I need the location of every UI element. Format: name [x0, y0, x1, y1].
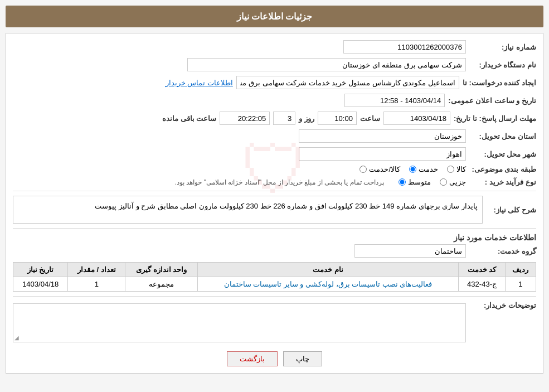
col-service-code: کد خدمت — [459, 263, 506, 277]
category-kala-khadamat[interactable]: کالا/خدمت — [359, 165, 400, 173]
description-text: پایدار سازی برجهای شماره 149 خط 230 کیلو… — [95, 202, 478, 210]
cell-need-date: 1403/04/18 — [13, 277, 68, 292]
province-label: استان محل تحویل: — [469, 132, 536, 141]
province-row: استان محل تحویل: — [13, 129, 536, 143]
table-header-row: ردیف کد خدمت نام خدمت واحد اندازه گیری ت… — [13, 263, 536, 277]
announce-row: تاریخ و ساعت اعلان عمومی: — [13, 94, 536, 107]
purchase-type-radio-group: جزیی متوسط — [399, 178, 466, 186]
purchase-type-row: نوع فرآیند خرید : جزیی متوسط پرداخت تمام… — [13, 178, 536, 186]
city-row: شهر محل تحویل: — [13, 147, 536, 161]
category-kala[interactable]: کالا — [447, 165, 466, 173]
purchase-type-label: نوع فرآیند خرید : — [469, 178, 536, 186]
category-khadamat[interactable]: خدمت — [409, 165, 438, 173]
category-label: طبقه بندی موضوعی: — [469, 165, 536, 173]
col-need-date: تاریخ نیاز — [13, 263, 68, 277]
category-khadamat-label: خدمت — [419, 165, 438, 173]
services-section-title: اطلاعات خدمات مورد نیاز — [13, 233, 536, 242]
need-number-input[interactable] — [343, 40, 466, 54]
col-unit: واحد اندازه گیری — [125, 263, 198, 277]
cell-service-name: فعالیت‌های نصب تاسیسات برق، لوله‌کشی و س… — [197, 277, 458, 292]
service-group-input[interactable] — [354, 244, 466, 258]
purchase-jozyi-radio[interactable] — [440, 178, 447, 186]
purchase-note: پرداخت تمام یا بخشی از مبلغ خریدار از مح… — [175, 178, 384, 186]
response-row: مهلت ارسال پاسخ: تا تاریخ: ساعت روز و سا… — [13, 112, 536, 125]
announce-label: تاریخ و ساعت اعلان عمومی: — [448, 96, 536, 105]
divider-3 — [13, 296, 536, 297]
response-day-label: روز و — [299, 114, 314, 123]
col-service-name: نام خدمت — [197, 263, 458, 277]
description-label: شرح کلی نیاز: — [486, 206, 536, 214]
divider-1 — [13, 191, 536, 191]
service-group-label: گروه خدمت: — [469, 247, 536, 255]
need-number-row: شماره نیاز: — [13, 40, 536, 54]
purchase-motawaset-label: متوسط — [408, 178, 431, 186]
response-remaining-label: ساعت باقی مانده — [162, 114, 216, 123]
buyer-comments-box: ◢ — [13, 303, 466, 342]
province-input[interactable] — [299, 129, 466, 143]
city-input[interactable] — [299, 147, 466, 161]
divider-2 — [13, 228, 536, 229]
bottom-buttons: چاپ بازگشت — [13, 351, 536, 366]
category-khadamat-radio[interactable] — [409, 166, 416, 173]
category-kala-label: کالا — [456, 165, 466, 173]
main-card: 🛡 شماره نیاز: نام دستگاه خریدار: ایجاد ک… — [6, 33, 543, 374]
buyer-comments-row: توضیحات خریدار: ◢ — [13, 301, 536, 342]
announce-input[interactable] — [344, 94, 445, 107]
city-label: شهر محل تحویل: — [469, 150, 536, 158]
buyer-station-row: نام دستگاه خریدار: — [13, 58, 536, 71]
page-header: جزئیات اطلاعات نیاز — [6, 6, 543, 27]
response-remaining-input[interactable] — [220, 112, 270, 125]
print-button[interactable]: چاپ — [283, 351, 322, 366]
purchase-motawaset[interactable]: متوسط — [399, 178, 431, 186]
cell-row-num: 1 — [505, 277, 536, 292]
response-time-label: ساعت — [360, 114, 380, 123]
cell-service-code: ج-43-432 — [459, 277, 506, 292]
table-row: 1 ج-43-432 فعالیت‌های نصب تاسیسات برق، ل… — [13, 277, 536, 292]
page-title: جزئیات اطلاعات نیاز — [237, 12, 313, 21]
response-time-input[interactable] — [318, 112, 357, 125]
col-row-num: ردیف — [505, 263, 536, 277]
response-day-input[interactable] — [273, 112, 295, 125]
purchase-jozyi-label: جزیی — [449, 178, 466, 186]
cell-unit: مجموعه — [125, 277, 198, 292]
need-number-label: شماره نیاز: — [469, 43, 536, 51]
services-table: ردیف کد خدمت نام خدمت واحد اندازه گیری ت… — [13, 262, 536, 292]
response-date-input[interactable] — [383, 112, 450, 125]
col-quantity: تعداد / مقدار — [68, 263, 125, 277]
service-group-row: گروه خدمت: — [13, 244, 536, 258]
category-radio-group: کالا خدمت کالا/خدمت — [359, 165, 466, 173]
category-kala-radio[interactable] — [447, 166, 454, 173]
back-button[interactable]: بازگشت — [227, 351, 278, 366]
creator-input[interactable] — [236, 76, 459, 89]
description-row: شرح کلی نیاز: پایدار سازی برجهای شماره 1… — [13, 196, 536, 224]
buyer-station-input[interactable] — [187, 58, 466, 71]
buyer-station-label: نام دستگاه خریدار: — [469, 61, 536, 69]
contact-link[interactable]: اطلاعات تماس خریدار — [166, 79, 233, 87]
creator-label: ایجاد کننده درخواست: تا — [463, 79, 536, 87]
description-box: پایدار سازی برجهای شماره 149 خط 230 کیلو… — [13, 196, 483, 224]
category-row: طبقه بندی موضوعی: کالا خدمت کالا/خدمت — [13, 165, 536, 173]
page-wrapper: جزئیات اطلاعات نیاز 🛡 شماره نیاز: نام دس… — [0, 0, 549, 392]
cell-quantity: 1 — [68, 277, 125, 292]
response-label: مهلت ارسال پاسخ: تا تاریخ: — [454, 114, 536, 123]
purchase-jozyi[interactable]: جزیی — [440, 178, 466, 186]
category-kala-khadamat-radio[interactable] — [359, 166, 367, 173]
creator-row: ایجاد کننده درخواست: تا اطلاعات تماس خری… — [13, 76, 536, 89]
buyer-comments-label: توضیحات خریدار: — [469, 301, 536, 309]
purchase-motawaset-radio[interactable] — [399, 178, 406, 186]
category-kala-khadamat-label: کالا/خدمت — [369, 165, 400, 173]
